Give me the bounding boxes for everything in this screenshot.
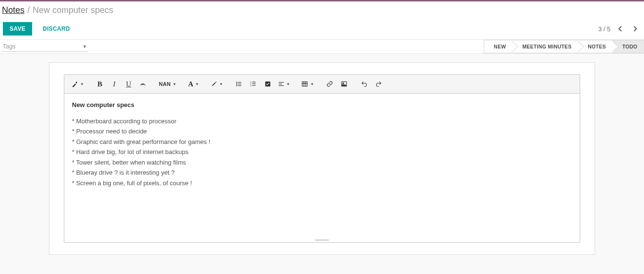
editor-body[interactable]: New computer specs * Motherboard accordi… [64,94,580,238]
editor-toolbar: ▼ B I U NAN ▼ A ▼ [64,75,580,94]
pager-text: 3 / 5 [598,25,610,33]
image-icon[interactable] [337,78,351,90]
note-line[interactable]: * Blueray drive ? is it interesting yet … [72,168,572,178]
svg-rect-13 [278,82,284,83]
highlight-button[interactable]: ▼ [208,78,226,90]
font-size-button[interactable]: NAN ▼ [156,78,179,90]
form-area: ▼ B I U NAN ▼ A ▼ [0,54,644,274]
grip-icon [315,239,329,241]
svg-rect-15 [278,85,284,86]
subbar: ▼ NEW MEETING MINUTES NOTES TODO [0,39,644,54]
stage-meeting-minutes[interactable]: MEETING MINUTES [513,40,578,53]
checklist-icon[interactable] [261,78,274,90]
svg-rect-1 [238,82,241,83]
svg-point-0 [236,82,237,83]
svg-rect-14 [278,83,282,84]
breadcrumb-separator: / [27,5,30,15]
table-button[interactable]: ▼ [299,78,316,90]
note-line[interactable]: * Tower silent, better when watching fil… [72,158,572,167]
align-button[interactable]: ▼ [275,78,293,90]
note-line[interactable]: * Hard drive big, for lot of internet ba… [72,147,572,157]
svg-rect-16 [302,82,308,86]
bold-button[interactable]: B [93,78,107,90]
discard-button[interactable]: DISCARD [36,22,77,36]
link-icon[interactable] [323,78,336,90]
pager-next[interactable] [630,23,641,35]
underline-button[interactable]: U [122,78,135,90]
note-title[interactable]: New computer specs [72,100,572,110]
magic-icon[interactable]: ▼ [69,78,86,90]
note-line[interactable]: * Graphic card with great performance fo… [72,137,572,147]
form-sheet: ▼ B I U NAN ▼ A ▼ [49,62,595,255]
note-line[interactable]: * Screen a big one, full of pixels, of c… [72,179,572,188]
stages: NEW MEETING MINUTES NOTES TODO [484,40,644,53]
svg-rect-9 [252,83,255,84]
stage-new[interactable]: NEW [484,40,513,53]
actions-row: SAVE DISCARD 3 / 5 [0,18,644,39]
unordered-list-icon[interactable] [232,78,246,90]
svg-point-4 [236,85,237,86]
font-color-button[interactable]: A ▼ [186,78,202,90]
editor: ▼ B I U NAN ▼ A ▼ [64,74,580,243]
remove-format-icon[interactable] [136,78,150,90]
pager: 3 / 5 [598,23,641,35]
note-line[interactable]: * Processor need to decide [72,127,572,136]
undo-icon[interactable] [358,78,371,90]
redo-icon[interactable] [372,78,385,90]
note-line[interactable]: * Motherboard according to processor [72,117,572,126]
svg-text:3: 3 [250,84,251,87]
svg-rect-3 [238,83,241,84]
svg-rect-7 [252,82,255,82]
svg-rect-5 [238,85,241,86]
font-size-label: NAN [159,81,171,87]
pager-prev[interactable] [614,23,626,35]
italic-button[interactable]: I [107,78,121,90]
tags-input[interactable] [1,42,88,51]
breadcrumb: Notes / New computer specs [0,1,644,18]
save-button[interactable]: SAVE [3,22,32,36]
ordered-list-icon[interactable]: 123 [247,78,260,90]
tags-field[interactable]: ▼ [1,41,88,52]
breadcrumb-current: New computer specs [33,5,113,15]
svg-rect-11 [252,85,255,85]
editor-resize-handle[interactable] [64,238,580,242]
svg-point-2 [236,83,237,84]
breadcrumb-root[interactable]: Notes [2,5,24,15]
tags-dropdown-icon[interactable]: ▼ [83,44,87,49]
svg-point-21 [343,83,344,84]
